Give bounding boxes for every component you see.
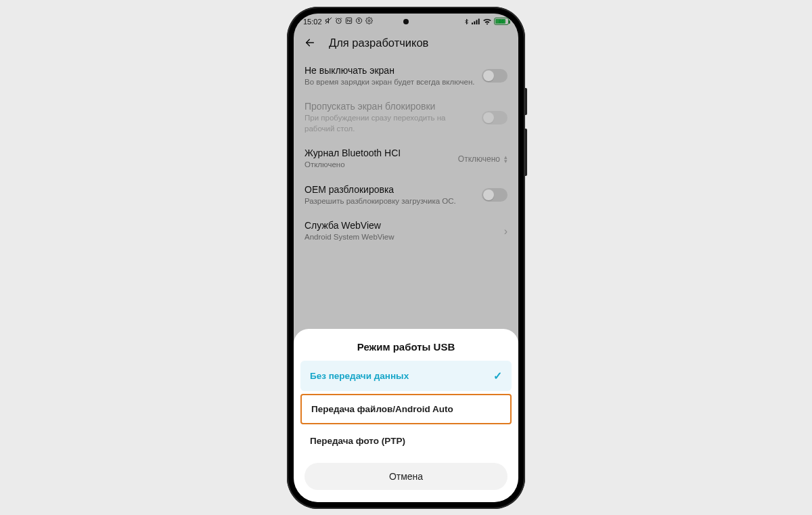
cancel-button[interactable]: Отмена [304,463,508,490]
usb-option-no-data[interactable]: Без передачи данных ✓ [300,361,512,391]
option-label: Передача фото (PTP) [310,436,405,446]
phone-side-button [525,129,527,176]
option-label: Без передачи данных [310,371,409,381]
check-icon: ✓ [493,370,502,382]
screen: 15:02 S [294,14,518,502]
cancel-label: Отмена [389,471,423,482]
usb-mode-sheet: Режим работы USB Без передачи данных ✓ П… [294,329,518,502]
camera-notch [403,19,409,24]
phone-frame: 15:02 S [287,7,525,509]
usb-option-file-transfer[interactable]: Передача файлов/Android Auto [300,394,512,424]
phone-side-button [525,88,527,115]
usb-option-ptp[interactable]: Передача фото (PTP) [300,427,512,455]
option-label: Передача файлов/Android Auto [311,404,453,414]
sheet-title: Режим работы USB [300,338,512,361]
